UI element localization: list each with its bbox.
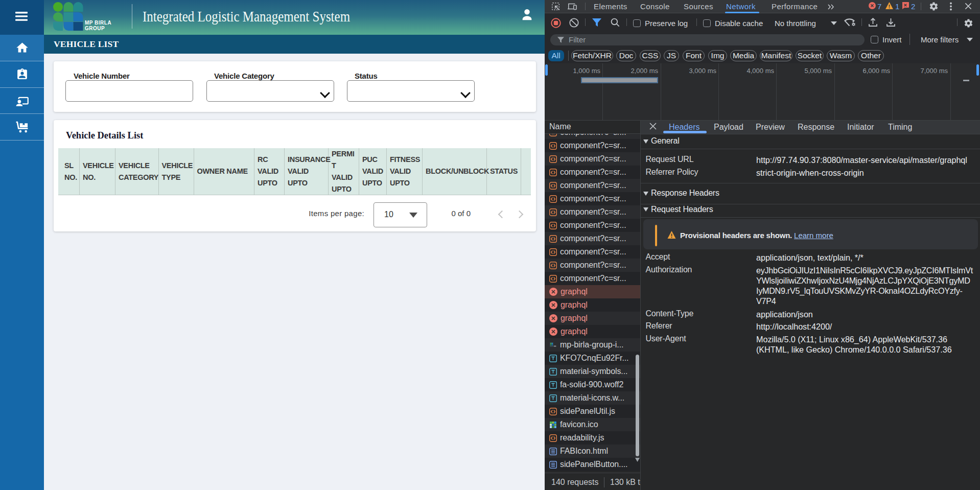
- svg-text:GROUP: GROUP: [85, 26, 105, 31]
- svg-text:MP BIRLA: MP BIRLA: [85, 20, 111, 26]
